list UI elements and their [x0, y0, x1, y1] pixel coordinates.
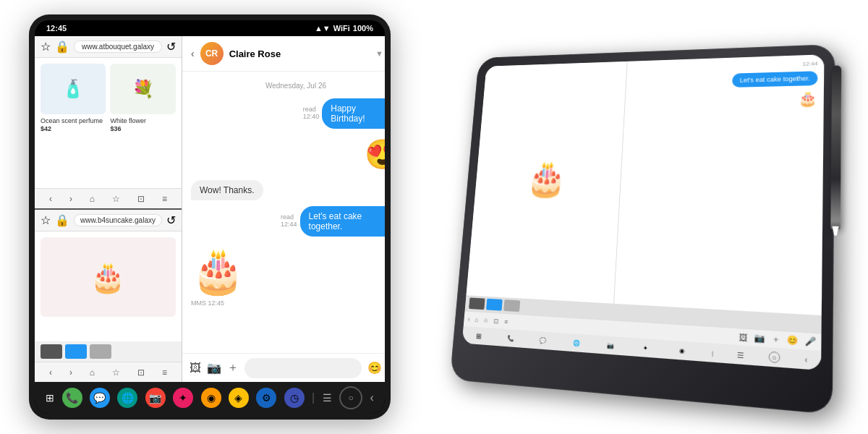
p3d-camera-icon[interactable]: 📷 [754, 333, 765, 344]
chevron-down-icon[interactable]: ▼ [375, 49, 383, 58]
star-icon-2: ☆ [41, 213, 51, 227]
p3d-recents[interactable]: ☰ [737, 350, 744, 359]
msg-bubble-cake-text: Let's eat cake together. [300, 206, 385, 237]
p3d-phone-icon[interactable]: 📞 [504, 331, 517, 345]
p3d-cam-icon[interactable]: 📷 [604, 338, 618, 352]
p3d-right-panel: 12:44 Let's eat cake together. 🎂 [614, 54, 824, 315]
p3d-nav-menu[interactable]: ≡ [504, 318, 509, 325]
apps-grid-icon[interactable]: ⊞ [46, 392, 54, 404]
address-bar-bottom[interactable]: ☆ 🔒 www.b4suncake.galaxy ↺ [35, 210, 182, 231]
p3d-bixby-icon[interactable]: ◉ [675, 343, 689, 358]
message-row-emoji: 😍 [191, 135, 385, 174]
browser-nav-bottom[interactable]: ‹ › ⌂ ☆ ⊡ ≡ [35, 362, 182, 382]
product-card-perfume: 🧴 Ocean scent perfume $42 [41, 64, 106, 182]
url-bottom[interactable]: www.b4suncake.galaxy [74, 214, 162, 226]
p3d-nav-bookmark[interactable]: ☆ [483, 317, 489, 324]
p3d-store-icon[interactable]: ✦ [639, 341, 652, 355]
msg-bubble-thanks: Wow! Thanks. [191, 180, 263, 200]
message-row-cake: read12:44 Let's eat cake together. [191, 206, 385, 237]
refresh-icon[interactable]: ↺ [166, 40, 176, 54]
p3d-msg-icon[interactable]: 💬 [537, 333, 550, 347]
dock-messages-icon[interactable]: 💬 [90, 388, 110, 408]
browser-nav-top[interactable]: ‹ › ⌂ ☆ ⊡ ≡ [35, 188, 182, 208]
p3d-internet-icon[interactable]: 🌐 [570, 336, 583, 350]
cake-mms-emoji: 🎂 [191, 245, 245, 297]
dock-internet-icon[interactable]: 🌐 [117, 388, 137, 408]
back-button[interactable]: ‹ [370, 391, 373, 404]
p3d-nav-back[interactable]: ‹ [467, 315, 469, 323]
browser-bottom[interactable]: ☆ 🔒 www.b4suncake.galaxy ↺ 🎂 [35, 210, 182, 382]
gallery-icon[interactable]: 🖼 [190, 362, 201, 375]
message-row-birthday: read12:40 Happy Birthday! [191, 98, 385, 129]
nav-home-top[interactable]: ⌂ [90, 194, 95, 204]
chat-header: ‹ CR Claire Rose ▼ ⋮ [182, 36, 385, 72]
nav-back-bottom[interactable]: ‹ [49, 367, 52, 378]
dock-pay-icon[interactable]: ◈ [229, 388, 249, 408]
p3d-split-top: 🎂 12:44 Let's eat cake together. 🎂 [466, 54, 824, 315]
right-panel: ‹ CR Claire Rose ▼ ⋮ Wednesday, Jul 26 r… [182, 36, 385, 382]
refresh-icon-2[interactable]: ↺ [166, 213, 176, 227]
camera-icon[interactable]: 📷 [207, 361, 221, 375]
p3d-home[interactable]: ○ [768, 352, 780, 364]
nav-menu-top[interactable]: ≡ [162, 194, 167, 204]
address-bar-top[interactable]: ☆ 🔒 www.atbouquet.galaxy ↺ [35, 36, 182, 58]
p3d-left-panel: 🎂 [466, 61, 628, 304]
browser-top[interactable]: ☆ 🔒 www.atbouquet.galaxy ↺ 🧴 Ocean scent… [35, 36, 182, 210]
phone-3d-body: 🎂 12:44 Let's eat cake together. 🎂 [450, 44, 835, 414]
p3d-apps-icon[interactable]: ⊞ [472, 329, 485, 343]
thumbnail-3 [90, 344, 111, 359]
nav-bookmark-bottom[interactable]: ☆ [112, 367, 120, 378]
p3d-thumb-1 [469, 297, 485, 310]
product-price-perfume: $42 [41, 125, 106, 132]
browser-top-content: 🧴 Ocean scent perfume $42 💐 White flower… [35, 58, 182, 188]
p3d-add-icon[interactable]: ＋ [771, 333, 780, 346]
dock-store-icon[interactable]: ✦ [173, 388, 193, 408]
home-button[interactable]: ○ [339, 386, 362, 409]
message-row-mms: 🎂 MMS 12:45 [191, 242, 385, 307]
chat-back-button[interactable]: ‹ [191, 48, 195, 59]
phone-screen: 12:45 ▲▼ WiFi 100% ☆ 🔒 www.atbou [35, 20, 385, 414]
nav-back-top[interactable]: ‹ [49, 194, 52, 204]
dock-bixby-icon[interactable]: ◉ [201, 388, 221, 408]
foldable-phone-3d: 🎂 12:44 Let's eat cake together. 🎂 [450, 44, 835, 414]
dock-phone-icon[interactable]: 📞 [62, 388, 82, 408]
nav-menu-bottom[interactable]: ≡ [162, 367, 167, 378]
recents-button[interactable]: ☰ [323, 392, 332, 404]
product-name-flower: White flower [110, 117, 175, 125]
plus-icon[interactable]: ＋ [227, 360, 239, 375]
url-top[interactable]: www.atbouquet.galaxy [74, 41, 162, 53]
p3d-nav-tabs[interactable]: ⊡ [493, 317, 499, 324]
nav-tabs-top[interactable]: ⊡ [137, 194, 145, 204]
p3d-gallery-icon[interactable]: 🖼 [739, 332, 748, 342]
chat-messages: Wednesday, Jul 26 read12:40 Happy Birthd… [182, 72, 385, 353]
nav-forward-top[interactable]: › [69, 194, 72, 204]
chat-date-label: Wednesday, Jul 26 [191, 82, 385, 90]
dock-separator-1: | [312, 391, 315, 404]
dock-camera-icon[interactable]: 📷 [145, 388, 166, 408]
status-icons: ▲▼ WiFi 100% [315, 24, 373, 33]
star-icon: ☆ [41, 40, 51, 54]
dock-clock-icon[interactable]: ◷ [284, 388, 305, 408]
p3d-emoji-icon[interactable]: 😊 [787, 335, 799, 346]
p3d-thumb-3 [503, 299, 520, 312]
nav-home-bottom[interactable]: ⌂ [90, 367, 95, 378]
chat-text-input[interactable] [244, 358, 362, 378]
p3d-nav-home[interactable]: ⌂ [475, 316, 479, 323]
nav-forward-bottom[interactable]: › [69, 367, 72, 378]
nav-tabs-bottom[interactable]: ⊡ [137, 367, 145, 378]
chat-contact-name[interactable]: Claire Rose [229, 48, 370, 59]
wifi-icon: WiFi [333, 24, 350, 33]
dock-settings-icon[interactable]: ⚙ [256, 388, 276, 408]
p3d-voice-icon[interactable]: 🎤 [805, 336, 817, 348]
chat-input-bar[interactable]: 🖼 📷 ＋ 😊 🎤 [182, 353, 385, 382]
emoji-icon[interactable]: 😊 [367, 361, 382, 375]
p3d-back[interactable]: ‹ [805, 355, 808, 365]
product-card-flower: 💐 White flower $36 [110, 64, 175, 182]
s-pen [830, 65, 841, 229]
cake-product-img: 🎂 [41, 237, 176, 317]
thumbnail-bar [35, 341, 182, 362]
browser-bottom-content: 🎂 [35, 231, 182, 341]
foldable-phone-open: 12:45 ▲▼ WiFi 100% ☆ 🔒 www.atbou [29, 14, 391, 420]
p3d-msg-cake: Let's eat cake together. [732, 71, 817, 88]
nav-bookmark-top[interactable]: ☆ [112, 194, 120, 204]
